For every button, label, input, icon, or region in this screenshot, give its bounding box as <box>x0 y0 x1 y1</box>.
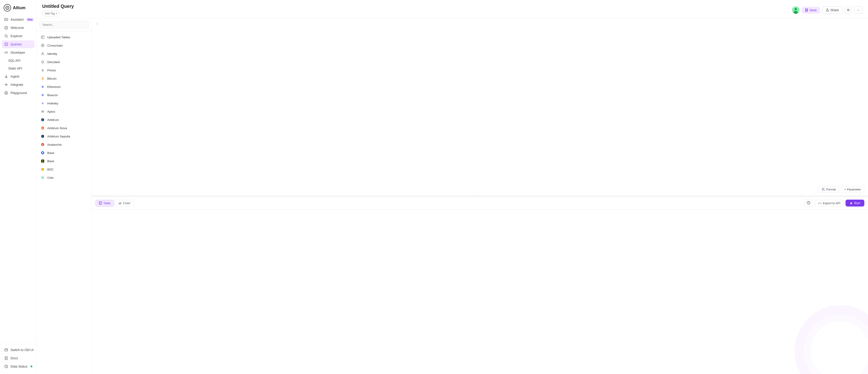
sidebar-label-switch-ui: Switch to Old UI <box>10 348 33 352</box>
schema-item-beacon[interactable]: Beacon <box>37 91 92 99</box>
ethereum-icon <box>40 85 45 89</box>
new-badge: New <box>26 18 34 21</box>
sidebar-item-integrate[interactable]: Integrate <box>2 81 35 89</box>
sql-editor-input[interactable] <box>101 18 868 195</box>
svg-rect-19 <box>41 36 44 38</box>
run-icon <box>850 201 853 205</box>
results-area: Table Chart Export to API <box>92 197 868 374</box>
data-status-icon <box>4 364 8 369</box>
schema-item-holesky[interactable]: Holesky <box>37 99 92 107</box>
more-icon: ⋯ <box>857 8 860 12</box>
schema-item-decoded[interactable]: Decoded <box>37 58 92 66</box>
schema-item-base[interactable]: Base <box>37 149 92 157</box>
svg-point-5 <box>5 27 6 28</box>
schema-label-prices: Prices <box>47 69 56 72</box>
results-content <box>92 210 868 374</box>
save-button[interactable]: Save <box>802 7 820 13</box>
sidebar-item-developer[interactable]: Developer <box>2 49 35 57</box>
schema-item-identity[interactable]: Identity <box>37 50 92 58</box>
export-api-button[interactable]: Export to API <box>815 200 844 207</box>
svg-rect-35 <box>99 202 102 205</box>
sidebar-label-integrate: Integrate <box>10 83 23 87</box>
schema-item-uploaded-tables[interactable]: Uploaded Tables <box>37 33 92 41</box>
schema-label-arbitrum-nova: Arbitrum Nova <box>47 126 67 130</box>
welcome-icon <box>4 26 8 30</box>
copy-button[interactable]: ⧉ <box>845 6 852 14</box>
add-tag-button[interactable]: Add Tag + <box>42 11 60 16</box>
topbar-left: Untitled Query Add Tag + <box>42 4 74 16</box>
history-icon <box>807 201 810 205</box>
sidebar-label-static-api: Static API <box>8 66 22 70</box>
schema-item-prices[interactable]: $ Prices <box>37 66 92 74</box>
sidebar-item-welcome[interactable]: Welcome <box>2 24 35 32</box>
share-button[interactable]: Share <box>823 6 842 14</box>
format-button[interactable]: Format <box>818 186 839 193</box>
schema-item-crosschain[interactable]: Crosschain <box>37 41 92 50</box>
schema-search-input[interactable] <box>39 21 89 28</box>
editor-toolbar: Format + Parameter <box>818 186 864 193</box>
app-name: Allium <box>13 5 26 10</box>
sidebar-item-sql-api[interactable]: SQL API <box>2 57 35 64</box>
schema-label-aptos: Aptos <box>47 110 55 113</box>
schema-item-arbitrum-sepolia[interactable]: Arbitrum Sepolia <box>37 132 92 141</box>
sidebar-item-switch-ui[interactable]: Switch to Old UI <box>2 346 35 354</box>
run-button[interactable]: Run <box>845 199 864 207</box>
sidebar-item-assistant[interactable]: Assistant New <box>2 15 35 23</box>
schema-item-bitcoin[interactable]: ₿ Bitcoin <box>37 74 92 83</box>
svg-point-9 <box>5 84 7 85</box>
queries-icon <box>4 42 8 46</box>
sidebar-label-docs: Docs <box>10 356 18 360</box>
editor-panel: 1 Format + Parameter ⋯ <box>92 18 868 374</box>
sidebar-item-docs[interactable]: Docs <box>2 354 35 362</box>
crosschain-icon <box>40 43 45 48</box>
schema-item-blast[interactable]: Blast <box>37 157 92 165</box>
svg-rect-8 <box>5 43 7 46</box>
schema-item-aptos[interactable]: Aptos <box>37 107 92 116</box>
schema-label-celo: Celo <box>47 176 54 180</box>
sidebar-item-data-status[interactable]: Data Status <box>2 363 35 370</box>
schema-panel: Uploaded Tables Crosschain Identity <box>37 18 92 374</box>
svg-point-31 <box>41 168 44 171</box>
sidebar-item-explorer[interactable]: Explorer <box>2 32 35 40</box>
sidebar-label-developer: Developer <box>10 51 25 54</box>
history-button[interactable] <box>804 199 813 207</box>
editor-area: 1 Format + Parameter <box>92 18 868 196</box>
chart-tab-icon <box>118 201 122 205</box>
blast-icon <box>40 159 45 163</box>
schema-label-arbitrum: Arbitrum <box>47 118 59 122</box>
schema-item-bsc[interactable]: BSC <box>37 165 92 174</box>
svg-rect-3 <box>5 18 8 21</box>
share-label: Share <box>830 8 839 12</box>
sidebar-item-static-api[interactable]: Static API <box>2 65 35 72</box>
add-tag-label: Add Tag <box>45 12 55 15</box>
user-avatar[interactable] <box>792 6 799 14</box>
sidebar-item-queries[interactable]: Queries <box>2 40 35 48</box>
playground-icon <box>4 91 8 95</box>
svg-point-15 <box>795 8 797 10</box>
sidebar-item-ingest[interactable]: Ingest <box>2 72 35 80</box>
arbitrum-icon <box>40 118 45 122</box>
aptos-icon <box>40 109 45 114</box>
sidebar: Allium Assistant New Welcome Explorer <box>0 0 37 374</box>
results-toolbar: Table Chart Export to API <box>92 197 868 210</box>
topbar: Untitled Query Add Tag + Save Share <box>37 0 868 18</box>
tab-table[interactable]: Table <box>95 200 114 207</box>
save-icon <box>805 8 808 12</box>
page-title: Untitled Query <box>42 4 74 9</box>
save-label: Save <box>809 8 817 12</box>
schema-label-beacon: Beacon <box>47 93 58 97</box>
parameter-label: + Parameter <box>844 188 861 191</box>
schema-item-arbitrum-nova[interactable]: Arbitrum Nova <box>37 124 92 132</box>
svg-rect-11 <box>5 349 7 351</box>
sidebar-item-playground[interactable]: Playground <box>2 89 35 97</box>
schema-item-avalanche[interactable]: Avalanche <box>37 141 92 149</box>
parameter-button[interactable]: + Parameter <box>841 186 864 193</box>
more-options-button[interactable]: ⋯ <box>854 6 863 14</box>
data-status-dot <box>31 366 32 367</box>
tab-chart[interactable]: Chart <box>115 200 134 207</box>
schema-item-ethereum[interactable]: Ethereum <box>37 83 92 91</box>
main-area: Untitled Query Add Tag + Save Share <box>37 0 868 374</box>
schema-item-celo[interactable]: Celo <box>37 174 92 182</box>
schema-item-arbitrum[interactable]: Arbitrum <box>37 116 92 124</box>
bsc-icon <box>40 167 45 172</box>
